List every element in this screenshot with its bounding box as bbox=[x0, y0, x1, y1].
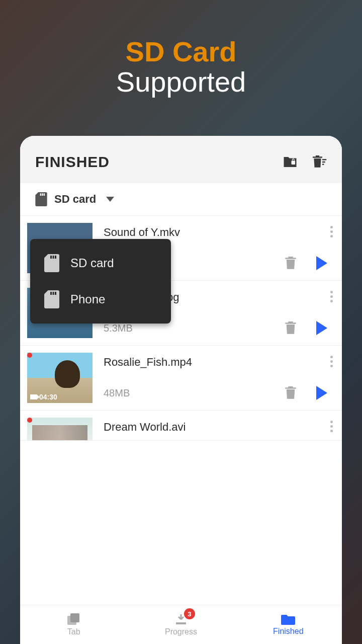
thumbnail bbox=[27, 418, 93, 440]
dropdown-item-phone[interactable]: Phone bbox=[30, 281, 171, 317]
header-actions bbox=[283, 155, 327, 169]
play-icon[interactable] bbox=[316, 321, 327, 335]
svg-rect-3 bbox=[322, 164, 324, 165]
file-name: Sound of Y.mkv bbox=[104, 226, 335, 239]
play-icon[interactable] bbox=[316, 256, 327, 270]
nav-progress[interactable]: 3 Progress bbox=[127, 605, 234, 644]
file-name: Rosalie_Fish.mp4 bbox=[104, 356, 335, 369]
dropdown-item-sdcard[interactable]: SD card bbox=[30, 245, 171, 281]
svg-rect-11 bbox=[53, 256, 54, 259]
delete-icon[interactable] bbox=[285, 386, 296, 399]
private-folder-icon[interactable] bbox=[283, 155, 298, 169]
dropdown-label: Phone bbox=[70, 292, 105, 306]
more-icon[interactable] bbox=[330, 291, 333, 302]
more-icon[interactable] bbox=[330, 421, 333, 432]
sd-card-icon bbox=[35, 192, 47, 206]
storage-dropdown: SD card Phone bbox=[30, 239, 171, 324]
svg-rect-2 bbox=[322, 162, 325, 163]
svg-rect-14 bbox=[53, 292, 54, 295]
new-badge bbox=[27, 353, 32, 358]
svg-rect-5 bbox=[42, 193, 43, 196]
file-item[interactable]: Dream World.avi bbox=[20, 411, 342, 441]
file-name: Dream World.avi bbox=[104, 421, 335, 434]
delete-all-icon[interactable] bbox=[312, 155, 327, 169]
svg-rect-0 bbox=[292, 161, 296, 165]
svg-rect-9 bbox=[176, 622, 186, 624]
tabs-icon bbox=[67, 613, 80, 625]
thumbnail: 04:30 bbox=[27, 353, 93, 403]
promo-banner: SD Card Supported bbox=[0, 0, 362, 98]
delete-icon[interactable] bbox=[285, 321, 296, 335]
svg-rect-13 bbox=[50, 292, 52, 295]
progress-badge: 3 bbox=[184, 608, 195, 619]
promo-line1: SD Card bbox=[0, 35, 362, 68]
storage-label: SD card bbox=[54, 193, 96, 206]
video-icon bbox=[30, 394, 37, 399]
dropdown-label: SD card bbox=[70, 256, 114, 270]
svg-rect-8 bbox=[70, 613, 79, 622]
svg-rect-15 bbox=[55, 292, 56, 295]
nav-label: Progress bbox=[165, 627, 197, 636]
svg-rect-6 bbox=[44, 193, 45, 196]
promo-line2: Supported bbox=[0, 65, 362, 98]
delete-icon[interactable] bbox=[285, 257, 296, 270]
more-icon[interactable] bbox=[330, 356, 333, 367]
file-item[interactable]: 04:30 Rosalie_Fish.mp4 48MB bbox=[20, 346, 342, 411]
file-size: 48MB bbox=[104, 387, 130, 399]
sd-card-icon bbox=[44, 254, 59, 272]
chevron-down-icon bbox=[106, 197, 114, 202]
video-duration-badge: 04:30 bbox=[30, 393, 57, 401]
file-size: 5.3MB bbox=[104, 323, 133, 334]
svg-rect-1 bbox=[322, 159, 326, 160]
nav-finished[interactable]: Finished bbox=[235, 605, 342, 644]
header: FINISHED bbox=[20, 136, 342, 183]
more-icon[interactable] bbox=[330, 226, 333, 237]
nav-tab[interactable]: Tab bbox=[20, 605, 127, 644]
nav-label: Finished bbox=[273, 627, 303, 636]
svg-rect-12 bbox=[55, 256, 56, 259]
page-title: FINISHED bbox=[35, 153, 110, 171]
app-screen: FINISHED SD card Sound of Y.mkv bbox=[20, 136, 342, 644]
storage-selector[interactable]: SD card bbox=[20, 183, 342, 216]
play-icon[interactable] bbox=[316, 386, 327, 400]
bottom-nav: Tab 3 Progress Finished bbox=[20, 605, 342, 644]
sd-card-icon bbox=[44, 290, 59, 308]
svg-rect-10 bbox=[50, 256, 52, 259]
folder-icon bbox=[281, 614, 295, 625]
svg-rect-4 bbox=[40, 193, 41, 196]
nav-label: Tab bbox=[67, 627, 80, 636]
new-badge bbox=[27, 418, 32, 423]
